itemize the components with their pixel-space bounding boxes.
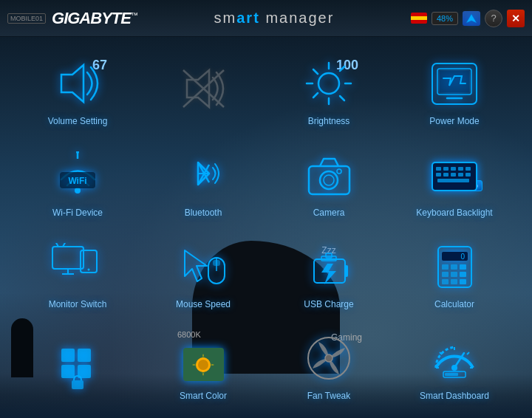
camera-item[interactable]: Camera [266,136,392,227]
brightness-icon-wrapper: 100 [299,54,358,113]
svg-rect-55 [442,264,449,270]
usb-icon-wrapper: Zzz [299,237,358,296]
volume-label: Volume Setting [48,116,108,126]
svg-point-24 [337,169,341,174]
mouse-item[interactable]: Mouse Speed [140,227,266,319]
monitor-label: Monitor Switch [49,299,107,309]
mobile-label: MOBILE01 [7,13,46,24]
svg-rect-26 [436,167,441,171]
svg-rect-34 [458,173,463,177]
svg-marker-0 [61,65,83,102]
titlebar-controls: 48% ? ✕ [411,10,525,27]
brightness-label: Brightness [308,116,350,126]
svg-rect-35 [466,173,471,177]
svg-point-71 [198,360,208,370]
svg-rect-64 [61,349,75,362]
bluetooth-icon-wrapper [174,145,233,205]
svg-rect-21 [309,166,349,194]
svg-rect-62 [451,279,457,284]
svg-text:WiFi: WiFi [68,176,86,186]
color-item[interactable]: 6800K Smart Color [140,319,266,411]
wifi-label: Wi-Fi Device [52,208,103,218]
help-button[interactable]: ? [485,10,502,27]
monitor-icon-wrapper [48,237,107,296]
svg-point-18 [76,151,79,154]
power-icon-wrapper [425,54,484,113]
svg-rect-37 [52,247,83,269]
close-button[interactable]: ✕ [507,10,525,27]
calculator-item[interactable]: 0 Calculator [392,227,517,319]
svg-rect-63 [460,279,466,284]
usb-label: USB Charge [304,299,353,309]
keyboard-item[interactable]: Auto Keyboard Backlight [392,136,517,227]
keyboard-label: Keyboard Backlight [416,208,492,218]
svg-line-77 [467,352,469,354]
windows-item[interactable] [15,319,140,411]
svg-rect-29 [458,167,463,171]
volume-icon-wrapper: 67 [48,54,107,113]
svg-rect-33 [451,173,456,177]
app-window: MOBILE01 GIGABYTE™ smart manager 48% ? ✕ [0,0,532,418]
svg-rect-46 [213,260,220,266]
svg-point-80 [451,365,457,371]
svg-rect-30 [466,167,471,171]
titlebar: MOBILE01 GIGABYTE™ smart manager 48% ? ✕ [0,0,532,37]
battery-percent: 48% [437,14,453,23]
dashboard-item[interactable]: Smart Dashboard [392,319,517,411]
svg-text:0: 0 [460,253,465,261]
mute-item[interactable] [140,44,266,136]
windows-icon-wrapper [48,334,107,393]
svg-rect-65 [78,349,91,362]
svg-point-16 [75,188,81,193]
volume-item[interactable]: 67 Volume Setting [15,44,140,136]
gigabyte-logo: GIGABYTE™ [52,9,137,28]
close-label: ✕ [511,13,520,24]
dashboard-icon-wrapper [425,329,484,388]
svg-rect-31 [436,173,441,177]
brightness-item[interactable]: 100 Brightness [266,44,392,136]
monitor-item[interactable]: Monitor Switch [15,227,140,319]
power-label: Power Mode [429,116,479,126]
bluetooth-label: Bluetooth [185,208,222,218]
bluetooth-item[interactable]: Bluetooth [140,136,266,227]
boost-button[interactable] [463,11,480,26]
help-label: ? [491,13,496,24]
svg-text:Zzz: Zzz [321,245,335,256]
svg-rect-36 [437,179,469,182]
mouse-label: Mouse Speed [176,299,231,309]
fan-label: Fan Tweak [307,391,350,401]
svg-point-4 [318,73,339,94]
keyboard-icon-wrapper: Auto [425,145,484,205]
svg-line-10 [340,96,344,100]
usb-item[interactable]: Zzz USB Charge [266,227,392,319]
wifi-icon-wrapper: WiFi [48,145,107,205]
mouse-icon-wrapper [174,237,233,296]
camera-icon-wrapper [299,145,358,205]
svg-point-22 [320,171,338,189]
svg-rect-59 [451,272,457,277]
wifi-item[interactable]: WiFi Wi-Fi Device [15,136,140,227]
language-flag[interactable] [411,13,427,24]
logo-area: MOBILE01 GIGABYTE™ [7,9,137,28]
color-icon-wrapper: 6800K [174,329,233,388]
calculator-label: Calculator [434,299,474,309]
svg-rect-56 [451,264,457,270]
battery-indicator: 48% [432,12,458,25]
app-title: smart manager [137,10,411,27]
power-item[interactable]: Power Mode [392,44,517,136]
fan-icon-wrapper: Gaming [299,329,358,388]
dashboard-label: Smart Dashboard [420,391,489,401]
svg-point-23 [324,175,334,185]
svg-rect-58 [442,272,449,277]
camera-label: Camera [313,208,345,218]
calculator-icon-wrapper: 0 [425,237,484,296]
svg-line-11 [340,66,344,71]
color-label: Smart Color [180,391,227,401]
svg-rect-49 [345,265,348,277]
svg-rect-68 [72,380,83,389]
svg-rect-60 [460,272,466,277]
svg-point-41 [88,268,90,270]
mute-icon-wrapper [174,59,233,118]
fan-item[interactable]: Gaming Fan Tweak [266,319,392,411]
svg-line-9 [313,69,318,74]
